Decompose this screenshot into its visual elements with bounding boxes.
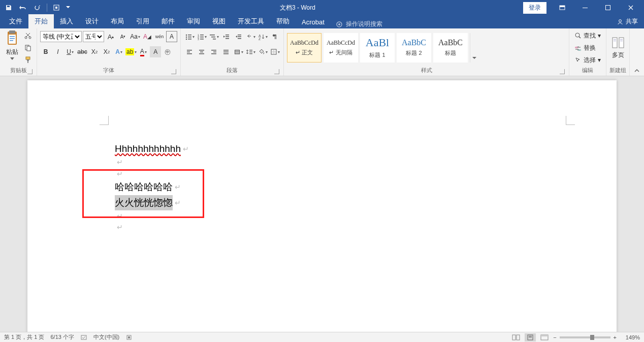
zoom-out-icon[interactable]: −	[553, 334, 556, 340]
cut-icon[interactable]	[22, 30, 34, 41]
tab-help[interactable]: 帮助	[270, 14, 296, 28]
text-effects-icon[interactable]: A	[113, 46, 124, 57]
login-button[interactable]: 登录	[523, 2, 546, 14]
status-macro-icon[interactable]	[125, 334, 133, 341]
multilevel-list-icon[interactable]	[208, 31, 219, 42]
align-right-icon[interactable]	[208, 46, 219, 57]
dialog-launcher-icon[interactable]	[171, 69, 176, 74]
style-item-2[interactable]: AaBl标题 1	[360, 33, 395, 63]
tab-file[interactable]: 文件	[3, 14, 28, 28]
replace-button[interactable]: abac替换	[572, 43, 598, 53]
save-icon[interactable]	[2, 1, 15, 14]
copy-icon[interactable]	[22, 43, 34, 53]
svg-rect-26	[188, 37, 191, 38]
document-content[interactable]: Hhhhhhhhhhhh↵↵↵哈哈哈哈哈哈↵火火恍恍惚惚↵↵↵	[115, 141, 189, 233]
zoom-in-icon[interactable]: +	[614, 334, 617, 340]
phonetic-guide-icon[interactable]: wén	[154, 31, 165, 42]
share-button[interactable]: 共享	[610, 15, 644, 28]
bullets-icon[interactable]	[184, 31, 195, 42]
tab-developer[interactable]: 开发工具	[232, 14, 270, 28]
dialog-launcher-icon[interactable]	[27, 69, 33, 74]
strikethrough-icon[interactable]: abc	[77, 46, 88, 57]
bold-icon[interactable]: B	[40, 46, 51, 57]
highlight-icon[interactable]: ab	[125, 46, 137, 57]
grow-font-icon[interactable]: A▴	[105, 31, 116, 42]
svg-rect-24	[188, 35, 191, 36]
clear-format-icon[interactable]: A◢	[142, 31, 153, 42]
char-shading-icon[interactable]: A	[150, 46, 161, 57]
numbering-icon[interactable]: 123	[196, 31, 207, 42]
view-read-icon[interactable]	[510, 333, 522, 341]
minimize-icon[interactable]	[574, 1, 596, 15]
style-item-0[interactable]: AaBbCcDd↵ 正文	[287, 33, 321, 63]
align-center-icon[interactable]	[196, 46, 207, 57]
align-justify-icon[interactable]	[220, 46, 232, 57]
sort-icon[interactable]: AZ	[257, 31, 268, 42]
multipage-icon[interactable]	[611, 36, 625, 50]
align-left-icon[interactable]	[184, 46, 195, 57]
decrease-indent-icon[interactable]	[220, 31, 232, 42]
paste-button[interactable]: 粘贴	[3, 29, 21, 60]
window-title: 文档3 - Word	[72, 4, 523, 12]
maximize-icon[interactable]	[597, 1, 619, 15]
tell-me-search[interactable]: 操作说明搜索	[336, 20, 382, 28]
style-item-4[interactable]: AaBbC标题	[433, 33, 468, 63]
zoom-level[interactable]: 149%	[620, 334, 640, 340]
close-icon[interactable]	[620, 1, 642, 15]
status-language[interactable]: 中文(中国)	[93, 333, 119, 341]
tab-design[interactable]: 设计	[79, 14, 105, 28]
undo-icon[interactable]	[16, 1, 29, 14]
qat-customize-icon[interactable]	[64, 1, 72, 14]
svg-rect-37	[213, 39, 216, 40]
line-spacing-icon[interactable]	[245, 46, 256, 57]
tab-review[interactable]: 审阅	[181, 14, 206, 28]
select-button[interactable]: 选择 ▾	[572, 55, 603, 65]
tab-view[interactable]: 视图	[206, 14, 232, 28]
svg-rect-35	[210, 35, 215, 36]
styles-more-icon[interactable]	[470, 33, 478, 63]
char-border-icon[interactable]: A	[166, 31, 177, 42]
status-wordcount[interactable]: 6/13 个字	[50, 333, 74, 341]
font-color-icon[interactable]: A	[138, 46, 149, 57]
show-marks-icon[interactable]	[269, 31, 280, 42]
italic-icon[interactable]: I	[52, 46, 63, 57]
document-area[interactable]: Hhhhhhhhhhhh↵↵↵哈哈哈哈哈哈↵火火恍恍惚惚↵↵↵	[0, 76, 644, 332]
svg-rect-52	[211, 50, 216, 51]
zoom-slider[interactable]	[560, 336, 610, 338]
subscript-icon[interactable]: X2	[89, 46, 100, 57]
shading-icon[interactable]	[257, 46, 268, 57]
change-case-icon[interactable]: Aa	[130, 31, 141, 42]
tab-home[interactable]: 开始	[28, 14, 54, 28]
tab-references[interactable]: 引用	[130, 14, 155, 28]
dialog-launcher-icon[interactable]	[560, 69, 565, 74]
tab-acrobat[interactable]: Acrobat	[296, 16, 331, 28]
touch-mode-icon[interactable]	[50, 1, 63, 14]
underline-icon[interactable]: U	[65, 46, 76, 57]
tab-layout[interactable]: 布局	[105, 14, 130, 28]
tab-mailings[interactable]: 邮件	[155, 14, 181, 28]
style-item-3[interactable]: AaBbC标题 2	[397, 33, 431, 63]
style-item-1[interactable]: AaBbCcDd↵ 无间隔	[324, 33, 358, 63]
view-web-icon[interactable]	[539, 333, 550, 341]
view-print-icon[interactable]	[525, 333, 536, 341]
format-painter-icon[interactable]	[22, 55, 34, 65]
status-page[interactable]: 第 1 页，共 1 页	[4, 333, 44, 341]
enclose-char-icon[interactable]: ㊥	[162, 46, 173, 57]
font-size-select[interactable]: 五号	[83, 31, 104, 42]
redo-icon[interactable]	[30, 1, 44, 14]
align-distribute-icon[interactable]	[233, 46, 244, 57]
increase-indent-icon[interactable]	[233, 31, 244, 42]
svg-rect-20	[26, 57, 30, 59]
ribbon-display-icon[interactable]	[551, 1, 573, 15]
status-proofing-icon[interactable]	[80, 334, 87, 341]
superscript-icon[interactable]: X2	[101, 46, 112, 57]
borders-icon[interactable]	[269, 46, 280, 57]
dialog-launcher-icon[interactable]	[274, 69, 279, 74]
collapse-ribbon-icon[interactable]	[630, 28, 644, 76]
find-button[interactable]: 查找 ▾	[572, 30, 603, 41]
font-family-select[interactable]: 等线 (中文正文)	[40, 31, 82, 42]
tab-insert[interactable]: 插入	[54, 14, 79, 28]
page[interactable]: Hhhhhhhhhhhh↵↵↵哈哈哈哈哈哈↵火火恍恍惚惚↵↵↵	[27, 80, 617, 332]
asian-layout-icon[interactable]	[245, 31, 256, 42]
shrink-font-icon[interactable]: A▾	[117, 31, 128, 42]
